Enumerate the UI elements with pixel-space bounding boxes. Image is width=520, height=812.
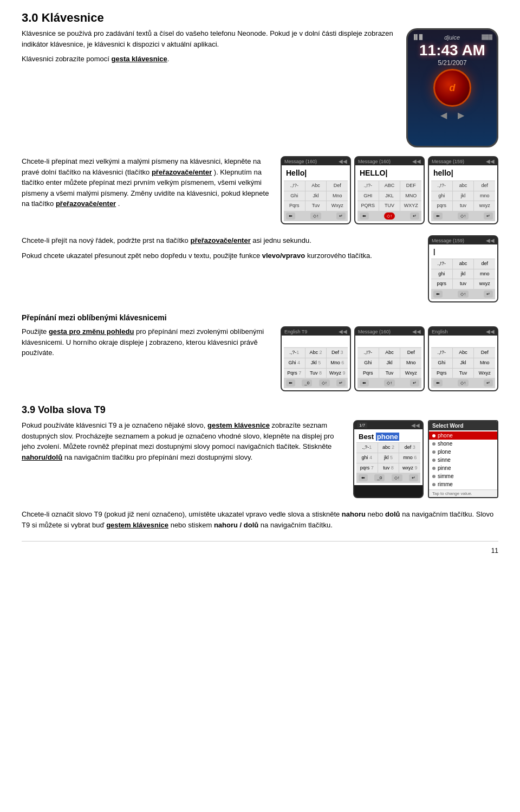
back-m[interactable]: ⬅: [360, 379, 369, 386]
phone2-keyboard: .,!?- ABC DEF GHI JKL MNO PQRS TUV WXYZ: [358, 181, 421, 211]
djuice-time: 11:43 AM: [419, 42, 485, 59]
nav-btn-center3[interactable]: ◇↑: [458, 212, 469, 220]
t9-phones: 1/7 ◀◀ Best phone .,?-1 abc 2 def 3 ghi …: [353, 420, 498, 498]
signal-icon: ▐▌█: [412, 34, 422, 41]
key-ghi: Ghi: [284, 191, 305, 201]
back-t9[interactable]: ⬅: [286, 379, 295, 386]
back-btn3[interactable]: ⬅: [433, 212, 443, 220]
phone-message-160: Message (160) ◀◀ .,!?- Abc Def Ghi Jkl M…: [354, 326, 425, 391]
word-item-pinne[interactable]: pinne: [429, 464, 497, 472]
key-abc: Abc: [306, 181, 327, 191]
key-jkl: Jkl: [306, 191, 327, 201]
nav-t9[interactable]: ◇↑: [319, 379, 330, 386]
phone3-keyboard: .,!?- abc def ghi jkl mno pqrs tuv wxyz: [431, 181, 495, 211]
intro-p1: Klávesnice se používá pro zadávání textů…: [22, 28, 395, 49]
phone-single-header: Message (159): [432, 238, 464, 243]
djuice-date: 5/21/2007: [438, 59, 466, 67]
phone-single-cursor: |: [431, 247, 495, 256]
t9-heading: 3.9 Volba slova T9: [22, 404, 498, 416]
back-btn[interactable]: ⬅: [286, 212, 295, 220]
phone-hello-caps: Message (160) ◀◀ HELLO| .,!?- ABC DEF GH…: [354, 156, 425, 224]
footer-paragraph: Chcete-li označit slovo T9 (pokud již ne…: [22, 509, 498, 530]
enter-btn3[interactable]: ↵: [484, 212, 493, 220]
phone1-keyboard: .,!?- Abc Def Ghi Jkl Mno Pqrs Tuv Wxyz: [284, 181, 348, 211]
section-title: 3.0 Klávesnice: [22, 11, 498, 25]
key-tuv: Tuv: [306, 201, 327, 211]
word-item-plone[interactable]: plone: [429, 448, 497, 456]
enter-e[interactable]: ↵: [484, 379, 493, 386]
word-item-phone[interactable]: phone: [429, 431, 497, 440]
phone-hello: Message (160) ◀◀ Hello| .,!?- Abc Def Gh…: [281, 156, 351, 224]
enter-btn-s[interactable]: ↵: [484, 291, 493, 298]
nav-right-icon: ▶: [458, 110, 464, 120]
three-phones-row1: Message (160) ◀◀ Hello| .,!?- Abc Def Gh…: [281, 156, 498, 224]
select-word-title: Select Word: [429, 421, 497, 430]
nav-btn-center2[interactable]: ◇↑: [384, 212, 395, 220]
phone-t9-bestphone: 1/7 ◀◀ Best phone .,?-1 abc 2 def 3 ghi …: [353, 420, 424, 498]
word-dot-sinne: [432, 459, 435, 462]
phone3-header: Message (159): [432, 159, 464, 164]
keyboard-switch-section: Chcete-li přepínat mezi velkými a malými…: [22, 156, 498, 224]
switching-section: Přepínání mezi oblíbenými klávesnicemi P…: [22, 313, 498, 391]
back-btn-s[interactable]: ⬅: [433, 291, 443, 298]
back-t9b[interactable]: ⬅: [359, 474, 368, 481]
phone-hello-lower: Message (159) ◀◀ hello| .,!?- abc def gh…: [428, 156, 498, 224]
djuice-brand: djuice: [444, 34, 460, 41]
page-number: 11: [22, 541, 498, 555]
select-word-footer: Tap to change value.: [429, 489, 497, 497]
t9-text-display: Best phone: [356, 431, 420, 442]
select-word-list: phone shone plone sinne: [429, 430, 497, 489]
nav-btn-s[interactable]: ◇↑: [458, 291, 469, 298]
phone1-message: Hello|: [284, 167, 348, 178]
nav-t9b[interactable]: ◇↑: [392, 474, 402, 481]
phone2-message: HELLO|: [358, 167, 421, 178]
word-dot-phone: [432, 434, 435, 437]
t9-section: 3.9 Volba slova T9 Pokud používáte kláve…: [22, 404, 498, 498]
phone3-arrows: ◀◀: [486, 158, 495, 164]
phone3-message: hello|: [431, 167, 495, 178]
word-dot-pinne: [432, 467, 435, 470]
phone-english: English ◀◀ .,!?- Abc Def Ghi Jkl Mno Pqr…: [428, 326, 498, 391]
nav-e[interactable]: ◇↑: [458, 379, 469, 386]
enter-btn[interactable]: ↵: [336, 212, 346, 220]
back-btn2[interactable]: ⬅: [360, 212, 369, 220]
key-wxyz: Wxyz: [327, 201, 348, 211]
word-dot-rimme: [432, 483, 435, 486]
word-dot-plone: [432, 450, 435, 454]
enter-btn2[interactable]: ↵: [410, 212, 419, 220]
t9-text: Pokud používáte klávesnici T9 a je označ…: [22, 420, 344, 467]
page-indicator: 1/7: [357, 422, 367, 428]
word-dot-simme: [432, 475, 435, 478]
word-item-sinne[interactable]: sinne: [429, 456, 497, 464]
select-word-panel: Select Word phone shone plone: [428, 420, 498, 498]
phone-single: Message (159) ◀◀ | .,!?- abc def ghi jkl…: [428, 235, 498, 302]
intro-text: Klávesnice se používá pro zadávání textů…: [22, 28, 395, 147]
phone1-arrows: ◀◀: [339, 158, 347, 164]
word-dot-shone: [432, 442, 435, 446]
battery-icon: ▓▓▓: [482, 34, 492, 41]
enter-t9[interactable]: ↵: [336, 379, 346, 386]
key-def: Def: [327, 181, 348, 191]
newline-text: Chcete-li přejít na nový řádek, podržte …: [22, 235, 419, 265]
phone-english-t9: English T9 ◀◀ .,?-1 Abc 2 Def 3 Ghi 4 Jk…: [281, 326, 351, 391]
phone2-header: Message (160): [358, 159, 391, 164]
key-pqrs: Pqrs: [284, 201, 305, 211]
djuice-logo-circle: d: [433, 69, 471, 107]
zero-t9[interactable]: _0: [302, 379, 312, 386]
page-container: 3.0 Klávesnice Klávesnice se používá pro…: [22, 11, 498, 555]
back-e[interactable]: ⬅: [433, 379, 443, 386]
zero-t9b[interactable]: _0: [374, 474, 385, 481]
key-mno: Mno: [327, 191, 348, 201]
nav-btn-center[interactable]: ◇↑: [310, 212, 321, 220]
enter-t9b[interactable]: ↵: [409, 474, 418, 481]
word-item-simme[interactable]: simme: [429, 472, 497, 480]
nav-m[interactable]: ◇↑: [384, 379, 395, 386]
enter-m[interactable]: ↵: [410, 379, 419, 386]
switching-text: Použijte gesta pro změnu pohledu pro pře…: [22, 326, 272, 363]
switching-heading: Přepínání mezi oblíbenými klávesnicemi: [22, 313, 498, 322]
word-item-rimme[interactable]: rimme: [429, 480, 497, 488]
phone2-arrows: ◀◀: [412, 158, 421, 164]
key-punctuation: .,!?-: [284, 181, 305, 191]
intro-section: Klávesnice se používá pro zadávání textů…: [22, 28, 498, 147]
word-item-shone[interactable]: shone: [429, 440, 497, 448]
